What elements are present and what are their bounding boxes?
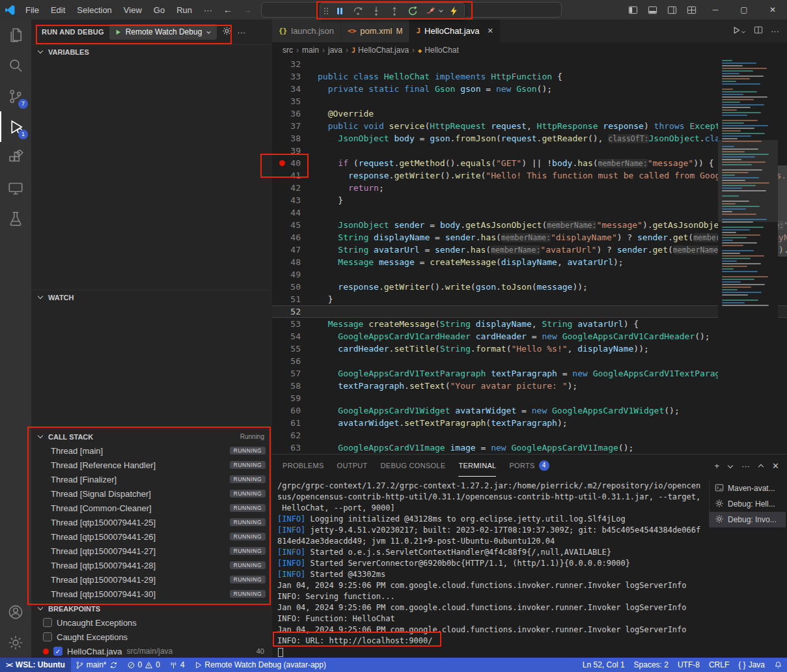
notifications-bell-icon[interactable]	[769, 658, 787, 672]
menu-view[interactable]: View	[118, 5, 148, 15]
breakpoint-row[interactable]: Caught Exceptions	[31, 630, 272, 644]
code-text[interactable]: response.getWriter().write(gson.toJson(m…	[311, 281, 787, 293]
terminal-list-item[interactable]: Maven-avat...	[710, 481, 786, 496]
code-line[interactable]: 59	[272, 392, 787, 404]
code-text[interactable]	[311, 355, 787, 367]
gutter-line-number[interactable]: 35	[272, 95, 311, 107]
code-line[interactable]: 39	[272, 145, 787, 157]
accounts-icon[interactable]	[0, 596, 31, 627]
gutter-line-number[interactable]: 63	[272, 441, 311, 454]
code-line[interactable]: 62	[272, 429, 787, 441]
breadcrumb-item[interactable]: ◆HelloChat	[418, 46, 459, 55]
code-line[interactable]: 48 Message message = createMessage(displ…	[272, 256, 787, 268]
breakpoint-checkbox[interactable]: ✓	[53, 647, 62, 656]
code-line[interactable]: 55 cardHeader.setTitle(String.format("He…	[272, 343, 787, 355]
code-line[interactable]: 41 response.getWriter().write("Hello! Th…	[272, 169, 787, 182]
code-line[interactable]: 42 return;	[272, 182, 787, 194]
code-line[interactable]: 33public class HelloChat implements Http…	[272, 70, 787, 83]
restart-icon[interactable]	[404, 4, 421, 18]
language-indicator[interactable]: { }Java	[734, 658, 769, 672]
breakpoint-checkbox[interactable]	[43, 618, 52, 627]
code-editor[interactable]: 3233public class HelloChat implements Ht…	[272, 58, 787, 454]
gutter-line-number[interactable]: 58	[272, 380, 311, 392]
testing-icon[interactable]	[0, 203, 31, 234]
terminal-list-item[interactable]: Debug: Hell...	[710, 496, 786, 512]
gutter-line-number[interactable]: 44	[272, 206, 311, 219]
gutter-line-number[interactable]: 45	[272, 219, 311, 231]
code-text[interactable]: JsonObject body = gson.fromJson(request.…	[311, 132, 787, 145]
code-line[interactable]: 52	[272, 305, 787, 318]
code-text[interactable]: GoogleAppsCardV1TextParagraph textParagr…	[311, 367, 787, 380]
panel-tab-output[interactable]: OUTPUT	[337, 455, 368, 477]
menu-edit[interactable]: Edit	[45, 5, 71, 15]
breadcrumb-item[interactable]: JHelloChat.java	[352, 46, 409, 55]
code-line[interactable]: 58 textParagraph.setText("Your avatar pi…	[272, 380, 787, 392]
panel-tab-problems[interactable]: PROBLEMS	[283, 455, 324, 477]
variables-section-header[interactable]: VARIABLES	[31, 44, 272, 59]
code-text[interactable]: public void service(HttpRequest request,…	[311, 120, 787, 132]
code-text[interactable]	[311, 268, 787, 281]
gutter-line-number[interactable]: 62	[272, 429, 311, 441]
panel-tab-ports[interactable]: PORTS4	[509, 455, 549, 477]
encoding-indicator[interactable]: UTF-8	[673, 658, 704, 672]
maximize-icon[interactable]: ▢	[730, 0, 758, 20]
gutter-line-number[interactable]: 53	[272, 318, 311, 330]
code-text[interactable]: GoogleAppsCardV1Widget avatarWidget = ne…	[311, 404, 787, 417]
menu-go[interactable]: Go	[148, 5, 171, 15]
terminal-list-item[interactable]: Debug: Invo...	[710, 512, 786, 527]
close-icon[interactable]: ✕	[758, 0, 787, 20]
code-line[interactable]: 50 response.getWriter().write(gson.toJso…	[272, 281, 787, 293]
code-line[interactable]: 43 }	[272, 194, 787, 206]
code-text[interactable]: response.getWriter().write("Hello! This …	[311, 169, 787, 182]
breakpoint-dot[interactable]	[279, 160, 285, 166]
ports-indicator[interactable]: 4	[165, 658, 189, 672]
code-text[interactable]	[311, 58, 787, 70]
gutter-line-number[interactable]: 40	[272, 157, 311, 169]
gutter-line-number[interactable]: 46	[272, 231, 311, 244]
code-text[interactable]: return;	[311, 182, 787, 194]
code-text[interactable]: cardHeader.setTitle(String.format("Hello…	[311, 343, 787, 355]
code-line[interactable]: 32	[272, 58, 787, 70]
gutter-line-number[interactable]: 56	[272, 355, 311, 367]
code-line[interactable]: 56	[272, 355, 787, 367]
code-line[interactable]: 60 GoogleAppsCardV1Widget avatarWidget =…	[272, 404, 787, 417]
breakpoint-checkbox[interactable]	[43, 632, 52, 641]
code-line[interactable]: 61 avatarWidget.setTextParagraph(textPar…	[272, 417, 787, 429]
back-icon[interactable]: ←	[218, 5, 238, 15]
code-text[interactable]: avatarWidget.setTextParagraph(textParagr…	[311, 417, 787, 429]
code-text[interactable]	[311, 145, 787, 157]
gutter-line-number[interactable]: 48	[272, 256, 311, 268]
gutter-line-number[interactable]: 55	[272, 343, 311, 355]
git-branch-indicator[interactable]: main*	[71, 658, 122, 672]
call-stack-thread[interactable]: Thread [Finalizer]RUNNING	[31, 472, 272, 486]
code-text[interactable]	[311, 429, 787, 441]
code-line[interactable]: 34 private static final Gson gson = new …	[272, 83, 787, 95]
panel-more-icon[interactable]: ···	[741, 461, 750, 471]
menu-[interactable]: ···	[198, 5, 218, 15]
code-text[interactable]	[311, 95, 787, 107]
terminal-dropdown-icon[interactable]	[728, 463, 733, 468]
gutter-line-number[interactable]: 33	[272, 70, 311, 83]
code-line[interactable]: 38 JsonObject body = gson.fromJson(reque…	[272, 132, 787, 145]
toggle-secondary-sidebar-icon[interactable]	[662, 0, 682, 20]
tab-pom.xml[interactable]: <>pom.xmlM	[341, 20, 409, 42]
watch-section-header[interactable]: WATCH	[31, 290, 272, 304]
call-stack-thread[interactable]: Thread [qtp1500079441-26]RUNNING	[31, 529, 272, 544]
code-line[interactable]: 40 if (request.getMethod().equals("GET")…	[272, 157, 787, 169]
tab-launch.json[interactable]: {}launch.json	[272, 20, 341, 42]
new-terminal-icon[interactable]: +	[715, 461, 720, 471]
code-text[interactable]: if (request.getMethod().equals("GET") ||…	[311, 157, 787, 169]
code-text[interactable]: @Override	[311, 107, 787, 120]
call-stack-thread[interactable]: Thread [qtp1500079441-29]RUNNING	[31, 572, 272, 587]
code-text[interactable]	[311, 392, 787, 404]
explorer-icon[interactable]	[0, 20, 31, 50]
extensions-icon[interactable]	[0, 142, 31, 173]
debug-session-indicator[interactable]: Remote Watch Debug (avatar-app)	[189, 658, 331, 672]
code-text[interactable]: private static final Gson gson = new Gso…	[311, 83, 787, 95]
maximize-panel-icon[interactable]	[758, 464, 764, 469]
code-text[interactable]: textParagraph.setText("Your avatar pictu…	[311, 380, 787, 392]
gutter-line-number[interactable]: 38	[272, 132, 311, 145]
code-text[interactable]: String avatarUrl = sender.has(memberName…	[311, 244, 787, 256]
hot-code-replace-icon[interactable]	[445, 4, 462, 18]
code-text[interactable]: JsonObject sender = body.getAsJsonObject…	[311, 219, 787, 231]
